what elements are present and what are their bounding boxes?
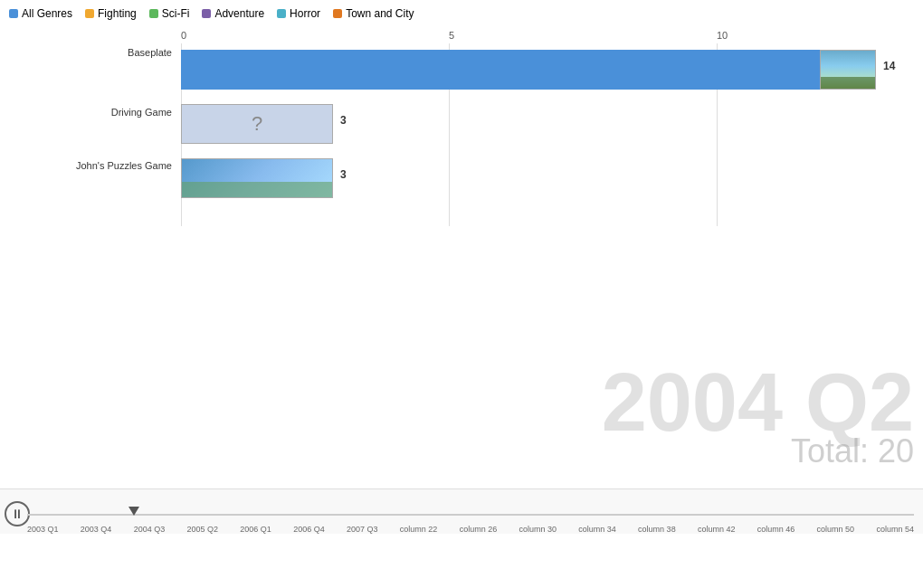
bar-row-driving: ? 3 [181,98,905,150]
x-label-10: 10 [717,30,728,41]
y-label-puzzles: John's Puzzles Game [76,160,172,171]
legend-item-adventure[interactable]: Adventure [202,7,264,20]
tl-label-12: column 42 [698,525,736,534]
tl-label-14: column 50 [817,525,855,534]
chart-legend: All Genres Fighting Sci-Fi Adventure Hor… [0,0,923,27]
tl-label-3: 2005 Q2 [186,525,218,534]
tl-label-5: 2006 Q4 [293,525,325,534]
legend-label-horror: Horror [290,7,320,20]
watermark-period: 2004 Q2 [602,362,914,443]
tl-label-0: 2003 Q1 [27,525,59,534]
tl-label-10: column 34 [578,525,616,534]
timeline-labels: 2003 Q1 2003 Q4 2004 Q3 2005 Q2 2006 Q1 … [27,525,914,534]
legend-item-sci-fi[interactable]: Sci-Fi [149,7,190,20]
legend-label-fighting: Fighting [98,7,137,20]
legend-dot-all-genres [9,9,18,18]
tl-label-8: column 26 [460,525,498,534]
thumb-baseplate [820,50,876,90]
main-chart: All Genres Fighting Sci-Fi Adventure Hor… [0,0,923,534]
bar-value-driving: 3 [340,114,347,127]
legend-label-all-genres: All Genres [22,7,72,20]
x-axis-top: 0 5 10 [181,27,905,43]
plot-area: 0 5 10 14 [181,27,905,226]
timeline-track[interactable] [27,514,914,516]
legend-item-town-and-city[interactable]: Town and City [333,7,414,20]
y-axis: Baseplate Driving Game John's Puzzles Ga… [0,27,181,226]
legend-label-town-city: Town and City [346,7,414,20]
legend-dot-town-city [333,9,342,18]
bar-row-puzzles: 3 [181,152,905,204]
tl-label-1: 2003 Q4 [81,525,112,534]
bar-value-baseplate: 14 [883,60,895,72]
timeline-marker[interactable] [128,507,139,516]
tl-label-11: column 38 [638,525,676,534]
legend-dot-horror [277,9,286,18]
x-label-0: 0 [181,30,186,41]
y-label-driving: Driving Game [111,107,172,118]
bar-value-puzzles: 3 [340,168,347,181]
tl-label-7: column 22 [400,525,438,534]
legend-item-horror[interactable]: Horror [277,7,320,20]
legend-label-sci-fi: Sci-Fi [162,7,190,20]
bar-baseplate [181,50,876,90]
bar-driving: ? [181,104,333,144]
tl-label-2: 2004 Q3 [134,525,166,534]
y-label-baseplate: Baseplate [128,47,172,58]
legend-item-fighting[interactable]: Fighting [85,7,137,20]
bar-puzzles [181,158,333,198]
thumb-driving: ? [181,104,333,144]
tl-label-13: column 46 [757,525,795,534]
legend-dot-fighting [85,9,94,18]
chart-area: Baseplate Driving Game John's Puzzles Ga… [0,27,923,498]
pause-icon: ⏸ [11,507,24,520]
pause-button[interactable]: ⏸ [5,501,30,526]
tl-label-6: 2007 Q3 [347,525,378,534]
tl-label-9: column 30 [519,525,557,534]
legend-label-adventure: Adventure [214,7,264,20]
bar-row-baseplate: 14 [181,43,905,96]
x-label-5: 5 [449,30,454,41]
thumb-puzzles [181,158,333,198]
tl-label-15: column 54 [876,525,914,534]
legend-dot-adventure [202,9,211,18]
legend-dot-sci-fi [149,9,158,18]
watermark-total: Total: 20 [791,432,914,470]
legend-item-all-genres[interactable]: All Genres [9,7,72,20]
timeline: ⏸ 2003 Q1 2003 Q4 2004 Q3 2005 Q2 2006 Q… [0,488,923,534]
tl-label-4: 2006 Q1 [240,525,271,534]
